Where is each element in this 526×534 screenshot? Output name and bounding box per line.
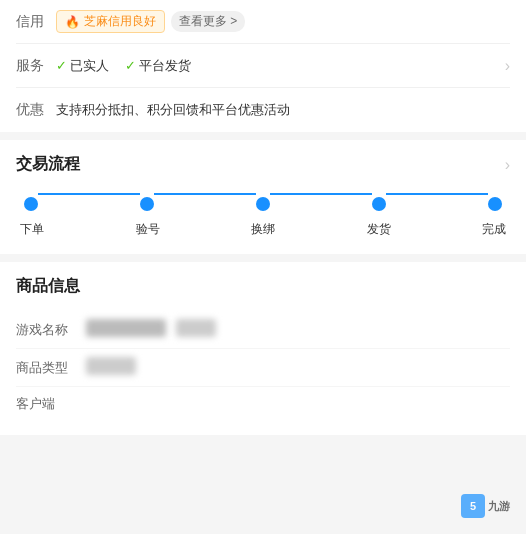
- discount-content: 支持积分抵扣、积分回馈和平台优惠活动: [56, 101, 510, 119]
- service-item-real: ✓ 已实人: [56, 57, 109, 75]
- flow-title: 交易流程: [16, 154, 80, 175]
- service-row: 服务 ✓ 已实人 ✓ 平台发货 ›: [16, 44, 510, 88]
- discount-text: 支持积分抵扣、积分回馈和平台优惠活动: [56, 101, 290, 119]
- step-dot-5: [488, 197, 502, 211]
- watermark-label: 九游: [488, 499, 510, 514]
- product-value-game: [86, 319, 510, 340]
- watermark: 5 九游: [461, 494, 510, 518]
- step-label-5: 完成: [482, 221, 506, 238]
- check-icon-1: ✓: [56, 58, 67, 73]
- service-arrow-icon[interactable]: ›: [505, 57, 510, 75]
- check-icon-2: ✓: [125, 58, 136, 73]
- step-label-2: 验号: [136, 221, 160, 238]
- step-label-4: 发货: [367, 221, 391, 238]
- product-title: 商品信息: [16, 276, 510, 297]
- product-row-client: 客户端: [16, 387, 510, 421]
- product-value-type: [86, 357, 510, 378]
- step-dot-4: [372, 197, 386, 211]
- step-dot-2: [140, 197, 154, 211]
- step-line-2: [154, 193, 256, 195]
- product-row-game: 游戏名称: [16, 311, 510, 349]
- product-section: 商品信息 游戏名称 商品类型 客户端: [0, 262, 526, 435]
- view-more-button[interactable]: 查看更多 >: [171, 11, 245, 32]
- step-line-1: [38, 193, 140, 195]
- service-content: ✓ 已实人 ✓ 平台发货: [56, 57, 505, 75]
- product-label-type: 商品类型: [16, 359, 86, 377]
- product-label-game: 游戏名称: [16, 321, 86, 339]
- credit-label: 信用: [16, 13, 56, 31]
- step-label-3: 换绑: [251, 221, 275, 238]
- product-row-type: 商品类型: [16, 349, 510, 387]
- service-label: 服务: [16, 57, 56, 75]
- flow-diagram: 下单 验号 换绑 发货 完成: [16, 193, 510, 238]
- credit-row: 信用 🔥 芝麻信用良好 查看更多 >: [16, 0, 510, 44]
- step-dot-1: [24, 197, 38, 211]
- blur-block-game-1: [86, 319, 166, 337]
- watermark-logo-text: 5: [470, 500, 476, 512]
- blur-block-type: [86, 357, 136, 375]
- discount-row: 优惠 支持积分抵扣、积分回馈和平台优惠活动: [16, 88, 510, 132]
- steps-labels: 下单 验号 换绑 发货 完成: [16, 215, 510, 238]
- flow-arrow-icon[interactable]: ›: [505, 156, 510, 174]
- credit-badge-text: 芝麻信用良好: [84, 13, 156, 30]
- product-label-client: 客户端: [16, 395, 86, 413]
- discount-label: 优惠: [16, 101, 56, 119]
- step-label-1: 下单: [20, 221, 44, 238]
- flame-icon: 🔥: [65, 15, 80, 29]
- service-item-platform: ✓ 平台发货: [125, 57, 191, 75]
- credit-badge: 🔥 芝麻信用良好: [56, 10, 165, 33]
- info-section: 信用 🔥 芝麻信用良好 查看更多 > 服务 ✓ 已实人 ✓ 平台发货: [0, 0, 526, 132]
- step-line-3: [270, 193, 372, 195]
- flow-header: 交易流程 ›: [16, 154, 510, 175]
- flow-section: 交易流程 › 下单 验号 换绑 发货 完成: [0, 140, 526, 254]
- watermark-logo: 5: [461, 494, 485, 518]
- step-dot-3: [256, 197, 270, 211]
- service-item-platform-label: 平台发货: [139, 57, 191, 75]
- credit-content: 🔥 芝麻信用良好 查看更多 >: [56, 10, 510, 33]
- service-item-real-label: 已实人: [70, 57, 109, 75]
- steps-row: [16, 193, 510, 215]
- blur-block-game-2: [176, 319, 216, 337]
- step-line-4: [386, 193, 488, 195]
